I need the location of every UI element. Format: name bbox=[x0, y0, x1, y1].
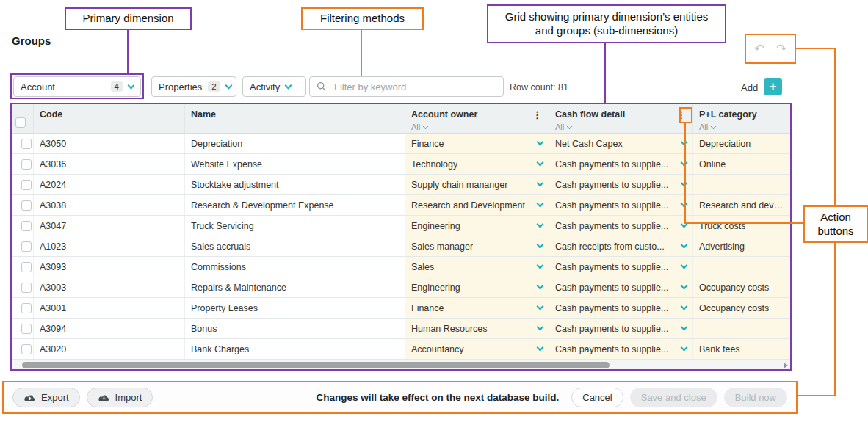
cell-cash-flow-dropdown[interactable]: Cash payments to supplie... bbox=[549, 277, 693, 297]
cell-pl-category-dropdown[interactable]: Truck costs bbox=[693, 216, 790, 236]
cancel-button[interactable]: Cancel bbox=[571, 388, 623, 407]
activity-dropdown[interactable]: Activity bbox=[242, 76, 306, 97]
chevron-down-icon bbox=[681, 324, 688, 331]
cell-value: Research & Development Expense bbox=[191, 200, 334, 211]
cell-account-owner-dropdown[interactable]: Finance bbox=[405, 134, 549, 153]
cell-account-owner-dropdown[interactable]: Research and Development bbox=[405, 195, 549, 215]
cell-value: Online bbox=[699, 159, 726, 170]
cell-code: A3020 bbox=[34, 339, 185, 359]
cell-pl-category-dropdown[interactable]: Occupancy costs bbox=[693, 277, 790, 297]
redo-icon[interactable]: ↷ bbox=[776, 43, 786, 55]
column-label: Code bbox=[40, 109, 62, 120]
column-header-pl-category[interactable]: P+L category All bbox=[693, 104, 790, 133]
table-row: A3038 Research & Development Expense Res… bbox=[12, 195, 790, 216]
cell-account-owner-dropdown[interactable]: Sales manager bbox=[405, 236, 549, 256]
cell-value: Sales manager bbox=[411, 241, 473, 252]
properties-dropdown[interactable]: Properties 2 bbox=[151, 76, 236, 97]
cell-cash-flow-dropdown[interactable]: Cash payments to supplie... bbox=[549, 216, 693, 236]
cell-cash-flow-dropdown[interactable]: Cash payments to supplie... bbox=[549, 298, 693, 318]
export-button[interactable]: Export bbox=[12, 388, 80, 407]
properties-dropdown-badge: 2 bbox=[208, 81, 220, 92]
keyword-filter-field[interactable] bbox=[309, 76, 504, 97]
cell-cash-flow-dropdown[interactable]: Cash payments to supplie... bbox=[549, 319, 693, 338]
row-checkbox[interactable] bbox=[21, 200, 32, 211]
cell-account-owner-dropdown[interactable]: Sales bbox=[405, 257, 549, 277]
column-header-name[interactable]: Name bbox=[185, 104, 405, 133]
select-all-checkbox[interactable] bbox=[15, 117, 26, 128]
horizontal-scrollbar[interactable] bbox=[12, 360, 790, 369]
cell-account-owner-dropdown[interactable]: Engineering bbox=[405, 277, 549, 297]
table-row: A1023 Sales accruals Sales manager Cash … bbox=[12, 236, 790, 257]
cell-value: Cash payments to supplie... bbox=[555, 303, 668, 313]
import-button[interactable]: Import bbox=[87, 388, 153, 407]
row-checkbox[interactable] bbox=[21, 221, 32, 231]
cell-value: Human Resources bbox=[411, 324, 488, 334]
cell-code: A3093 bbox=[34, 257, 185, 277]
page-title: Groups bbox=[12, 34, 51, 47]
cell-cash-flow-dropdown[interactable]: Cash payments to supplie... bbox=[549, 257, 693, 277]
cell-pl-category-dropdown[interactable] bbox=[693, 257, 790, 277]
row-checkbox[interactable] bbox=[21, 283, 32, 293]
undo-icon[interactable]: ↶ bbox=[754, 43, 764, 55]
save-and-close-button[interactable]: Save and close bbox=[630, 388, 717, 407]
cell-value: Depreciation bbox=[699, 139, 751, 149]
row-checkbox[interactable] bbox=[21, 241, 32, 252]
cell-pl-category-dropdown[interactable]: Depreciation bbox=[693, 134, 790, 153]
cell-account-owner-dropdown[interactable]: Accountancy bbox=[405, 339, 549, 359]
cell-name: Commissions bbox=[185, 257, 405, 277]
cell-cash-flow-dropdown[interactable]: Cash payments to supplie... bbox=[549, 195, 693, 215]
cell-pl-category-dropdown[interactable] bbox=[693, 175, 790, 194]
row-checkbox[interactable] bbox=[21, 180, 32, 190]
chevron-down-icon bbox=[537, 200, 544, 208]
cell-value: A3093 bbox=[40, 262, 66, 272]
add-button[interactable]: + bbox=[764, 78, 782, 95]
cell-cash-flow-dropdown[interactable]: Cash payments to supplie... bbox=[549, 175, 693, 194]
row-checkbox[interactable] bbox=[21, 159, 32, 170]
cell-pl-category-dropdown[interactable]: Occupancy costs bbox=[693, 298, 790, 318]
column-header-cash-flow-detail[interactable]: Cash flow detail ⋮ All bbox=[549, 104, 693, 133]
cell-value: Bank Charges bbox=[191, 344, 249, 354]
row-checkbox[interactable] bbox=[21, 324, 32, 334]
cell-account-owner-dropdown[interactable]: Technology bbox=[405, 154, 549, 174]
cell-cash-flow-dropdown[interactable]: Cash payments to supplie... bbox=[549, 154, 693, 174]
callout-filtering-methods: Filtering methods bbox=[301, 7, 424, 30]
row-checkbox[interactable] bbox=[21, 139, 32, 149]
cell-value: Accountancy bbox=[411, 344, 464, 354]
table-row: A3094 Bonus Human Resources Cash payment… bbox=[12, 319, 790, 339]
column-menu-icon[interactable]: ⋮ bbox=[532, 110, 543, 120]
column-header-account-owner[interactable]: Account owner ⋮ All bbox=[405, 104, 549, 133]
cell-cash-flow-dropdown[interactable]: Net Cash Capex bbox=[549, 134, 693, 153]
cell-name: Stocktake adjustment bbox=[185, 175, 405, 194]
cell-account-owner-dropdown[interactable]: Supply chain mananger bbox=[405, 175, 549, 194]
cell-account-owner-dropdown[interactable]: Human Resources bbox=[405, 319, 549, 338]
cell-pl-category-dropdown[interactable] bbox=[693, 319, 790, 338]
row-checkbox[interactable] bbox=[21, 262, 32, 272]
row-checkbox[interactable] bbox=[21, 344, 32, 354]
chevron-down-icon bbox=[681, 241, 688, 249]
cell-value: A3003 bbox=[40, 283, 66, 293]
scrollbar-thumb[interactable] bbox=[22, 362, 610, 368]
cell-cash-flow-dropdown[interactable]: Cash payments to supplie... bbox=[549, 339, 693, 359]
search-input[interactable] bbox=[333, 81, 496, 93]
column-filter-dropdown[interactable]: All bbox=[411, 123, 543, 131]
cell-pl-category-dropdown[interactable]: Bank fees bbox=[693, 339, 790, 359]
scrollbar-right-arrow-icon[interactable] bbox=[784, 363, 788, 368]
cell-value: Engineering bbox=[411, 283, 460, 293]
cell-value: A3001 bbox=[40, 303, 66, 313]
cell-pl-category-dropdown[interactable]: Research and development bbox=[693, 195, 790, 215]
cell-value: Stocktake adjustment bbox=[191, 180, 279, 190]
table-row: A3003 Repairs & Maintenance Engineering … bbox=[12, 277, 790, 298]
cell-pl-category-dropdown[interactable]: Online bbox=[693, 154, 790, 174]
row-checkbox[interactable] bbox=[21, 303, 32, 313]
column-filter-dropdown[interactable]: All bbox=[555, 123, 687, 131]
column-header-code[interactable]: Code bbox=[34, 104, 185, 133]
cell-value: Research and Development bbox=[411, 200, 525, 211]
cell-account-owner-dropdown[interactable]: Engineering bbox=[405, 216, 549, 236]
table-row: A3001 Property Leases Finance Cash payme… bbox=[12, 298, 790, 319]
column-filter-dropdown[interactable]: All bbox=[699, 123, 784, 131]
cell-value: Cash payments to supplie... bbox=[555, 344, 668, 354]
build-now-button[interactable]: Build now bbox=[724, 388, 787, 407]
cell-account-owner-dropdown[interactable]: Finance bbox=[405, 298, 549, 318]
cell-pl-category-dropdown[interactable]: Advertising bbox=[693, 236, 790, 256]
cell-cash-flow-dropdown[interactable]: Cash receipts from custo... bbox=[549, 236, 693, 256]
